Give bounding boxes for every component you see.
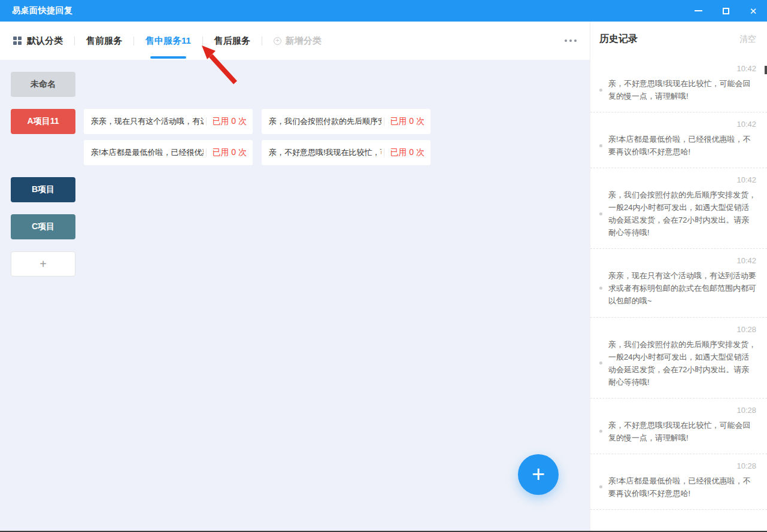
bullet-dot-icon: [599, 485, 602, 488]
minimize-button[interactable]: [684, 0, 712, 22]
reply-text: 亲亲，现在只有这个活动哦，有达到: [91, 116, 204, 127]
tab-divider: [202, 37, 203, 45]
card-divider: [384, 117, 384, 126]
history-title: 历史记录: [599, 33, 638, 45]
used-count: 已用 0 次: [212, 116, 247, 127]
reply-card[interactable]: 亲!本店都是最低价啦，已经很优惠 已用 0 次: [84, 140, 253, 165]
used-count: 已用 0 次: [390, 147, 425, 158]
add-group-button[interactable]: +: [11, 251, 75, 276]
main-area: 未命名 A项目11 B项目 C项目 + 亲亲，现在只有这个活动哦，有达到 已用 …: [0, 60, 590, 531]
circle-plus-icon: [274, 37, 281, 45]
more-menu-button[interactable]: [561, 36, 580, 45]
grid-icon: [13, 37, 22, 45]
bullet-dot-icon: [599, 89, 602, 92]
bullet-dot-icon: [599, 430, 602, 433]
reply-text: 亲，不好意思哦!我现在比较忙，可: [269, 147, 381, 158]
history-header: 历史记录 清空: [590, 22, 767, 57]
fab-add-button[interactable]: +: [518, 454, 559, 495]
card-divider: [206, 117, 207, 126]
history-time: 10:42: [599, 256, 756, 265]
tab-divider: [134, 37, 134, 45]
history-item[interactable]: 10:42 亲，不好意思哦!我现在比较忙，可能会回复的慢一点，请理解哦!: [590, 57, 767, 113]
history-item[interactable]: 10:28 亲，不好意思哦!我现在比较忙，可能会回复的慢一点，请理解哦!: [590, 399, 767, 454]
history-time: 10:42: [599, 120, 756, 129]
group-button-unnamed[interactable]: 未命名: [11, 72, 75, 97]
tab-presale[interactable]: 售前服务: [86, 22, 122, 60]
maximize-button[interactable]: [712, 0, 739, 22]
window-controls: ✕: [684, 0, 767, 22]
reply-card[interactable]: 亲，不好意思哦!我现在比较忙，可 已用 0 次: [262, 140, 431, 165]
reply-card[interactable]: 亲亲，现在只有这个活动哦，有达到 已用 0 次: [84, 109, 253, 134]
history-text: 亲亲，现在只有这个活动哦，有达到活动要求或者有标明包邮的款式在包邮范围内都可以包…: [608, 269, 756, 307]
bullet-dot-icon: [599, 361, 602, 364]
tab-midsale-active[interactable]: 售中服务11: [145, 22, 191, 60]
history-item[interactable]: 10:42 亲亲，现在只有这个活动哦，有达到活动要求或者有标明包邮的款式在包邮范…: [590, 249, 767, 317]
card-divider: [206, 148, 207, 157]
clear-history-button[interactable]: 清空: [739, 34, 756, 45]
history-time: 10:42: [599, 175, 756, 184]
category-tabbar: 默认分类 售前服务 售中服务11 售后服务 新增分类: [0, 22, 590, 60]
history-item[interactable]: 10:28 亲!本店都是最低价啦，已经很优惠啦，不要再议价哦!不好意思哈!: [590, 454, 767, 510]
app-window: 易桌面快捷回复 ✕ 默认分类 售前服务 售中服务11 售后服务 新增分类 未命名…: [0, 0, 767, 532]
history-time: 10:42: [599, 64, 756, 73]
bullet-dot-icon: [599, 144, 602, 147]
close-button[interactable]: ✕: [739, 0, 767, 22]
sidebar-scrollbar-thumb[interactable]: [765, 66, 767, 74]
tab-divider: [262, 37, 262, 45]
history-item[interactable]: 10:28 亲，我们会按照付款的先后顺序安排发货，一般24内小时都可发出，如遇大…: [590, 318, 767, 399]
history-text: 亲!本店都是最低价啦，已经很优惠啦，不要再议价哦!不好意思哈!: [608, 133, 756, 158]
reply-text: 亲!本店都是最低价啦，已经很优惠: [91, 147, 204, 158]
history-time: 10:28: [599, 325, 756, 334]
group-button-project-a[interactable]: A项目11: [11, 109, 75, 134]
add-category-tab[interactable]: 新增分类: [274, 35, 322, 47]
history-time: 10:28: [599, 406, 756, 415]
history-text: 亲，我们会按照付款的先后顺序安排发货，一般24内小时都可发出，如遇大型促销活动会…: [608, 189, 756, 239]
bullet-dot-icon: [599, 212, 602, 215]
tab-aftersale[interactable]: 售后服务: [214, 22, 250, 60]
history-item[interactable]: 10:42 亲!本店都是最低价啦，已经很优惠啦，不要再议价哦!不好意思哈!: [590, 113, 767, 168]
bullet-dot-icon: [599, 287, 602, 290]
used-count: 已用 0 次: [212, 147, 247, 158]
group-button-project-c[interactable]: C项目: [11, 214, 75, 239]
history-time: 10:28: [599, 461, 756, 470]
history-text: 亲，我们会按照付款的先后顺序安排发货，一般24内小时都可发出，如遇大型促销活动会…: [608, 338, 756, 388]
history-text: 亲，不好意思哦!我现在比较忙，可能会回复的慢一点，请理解哦!: [608, 77, 756, 102]
reply-text: 亲，我们会按照付款的先后顺序安: [269, 116, 381, 127]
titlebar: 易桌面快捷回复 ✕: [0, 0, 767, 22]
add-category-label: 新增分类: [286, 35, 322, 47]
maximize-icon: [723, 8, 729, 14]
app-title: 易桌面快捷回复: [0, 5, 73, 16]
plus-icon: +: [532, 463, 545, 485]
minimize-icon: [695, 10, 702, 11]
group-button-project-b[interactable]: B项目: [11, 177, 75, 202]
used-count: 已用 0 次: [390, 116, 425, 127]
reply-card[interactable]: 亲，我们会按照付款的先后顺序安 已用 0 次: [262, 109, 431, 134]
history-sidebar: 历史记录 清空 10:42 亲，不好意思哦!我现在比较忙，可能会回复的慢一点，请…: [590, 22, 767, 531]
tab-default-category[interactable]: 默认分类: [27, 22, 63, 60]
history-text: 亲!本店都是最低价啦，已经很优惠啦，不要再议价哦!不好意思哈!: [608, 475, 756, 500]
history-text: 亲，不好意思哦!我现在比较忙，可能会回复的慢一点，请理解哦!: [608, 419, 756, 444]
close-icon: ✕: [750, 7, 757, 16]
tab-divider: [74, 37, 75, 45]
history-item[interactable]: 10:42 亲，我们会按照付款的先后顺序安排发货，一般24内小时都可发出，如遇大…: [590, 168, 767, 249]
card-divider: [384, 148, 384, 157]
